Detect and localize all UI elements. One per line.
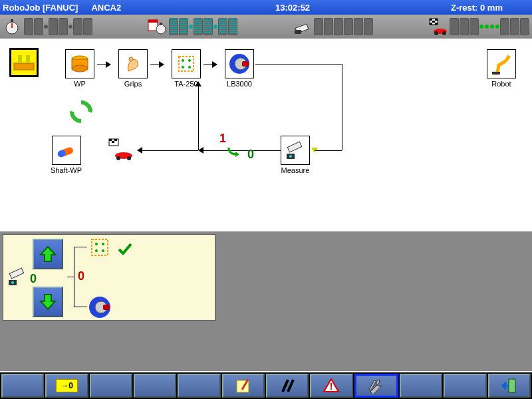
down-button[interactable] [33, 287, 63, 317]
panel-mid-value: 0 [78, 269, 84, 283]
panel-hstub [67, 277, 74, 277]
svg-line-60 [288, 380, 293, 392]
branch-label-0: 0 [247, 148, 254, 162]
home-zero-icon: →0 [56, 379, 78, 392]
svg-point-5 [156, 25, 166, 34]
app-name: RoboJob [FANUC] [3, 3, 78, 13]
robot-label: Robot [487, 80, 516, 88]
timer1-digits [24, 18, 92, 35]
svg-rect-39 [114, 139, 117, 141]
line-measure-branch [203, 150, 281, 151]
toolbar-btn-4[interactable] [134, 374, 176, 398]
start-node[interactable] [9, 48, 39, 77]
svg-rect-56 [103, 305, 110, 310]
branch-label-1: 1 [219, 132, 226, 146]
svg-text:!: ! [330, 381, 333, 392]
svg-point-17 [442, 31, 446, 35]
profile-name: ANCA2 [91, 3, 121, 13]
z-rest: Z-rest: 0 mm [451, 3, 503, 13]
svg-rect-4 [148, 20, 158, 23]
toolbar-btn-home[interactable]: →0 [45, 374, 88, 398]
finish-car-icon [108, 138, 134, 161]
measure-label: Measure [281, 166, 310, 174]
arrow-branch-up [195, 81, 201, 86]
counter1-digits [314, 18, 373, 35]
decision-panel: 0 0 [3, 234, 215, 321]
svg-rect-32 [242, 61, 249, 66]
toolbar-btn-pause[interactable] [266, 374, 309, 398]
finish-flag-car-icon [428, 17, 447, 36]
toolbar-btn-11[interactable] [444, 374, 486, 398]
title-bar: RoboJob [FANUC] ANCA2 13:02:52 Z-rest: 0… [0, 0, 532, 15]
svg-point-51 [102, 243, 104, 245]
shaftwp-node[interactable]: Shaft-WP [51, 136, 82, 174]
svg-line-59 [283, 380, 288, 392]
svg-point-43 [127, 156, 131, 160]
svg-rect-10 [430, 19, 432, 21]
process-flow: WP Grips TA-250 LB3000 Robot Measure 1 0 [0, 39, 532, 231]
line-down-measure [342, 64, 342, 150]
toolbar-btn-exit[interactable] [488, 374, 531, 398]
svg-rect-33 [492, 72, 500, 74]
status-bar [0, 15, 532, 39]
panel-ruler-icon [7, 267, 27, 287]
svg-point-42 [116, 156, 120, 160]
toolbar-btn-10[interactable] [400, 374, 442, 398]
svg-rect-25 [179, 57, 194, 71]
panel-updown [33, 239, 63, 334]
svg-rect-18 [14, 63, 34, 70]
line-lb-right [255, 64, 342, 65]
svg-point-52 [95, 249, 98, 252]
panel-option-grid[interactable] [90, 237, 110, 257]
panel-vline [74, 247, 74, 307]
svg-point-28 [182, 66, 184, 68]
lower-area: 0 0 [0, 231, 532, 371]
counter2-digits [450, 18, 529, 35]
arrow-branch-left [137, 147, 142, 154]
clock: 13:02:52 [134, 3, 451, 13]
lb3000-label: LB3000 [225, 80, 254, 88]
ruler-icon [293, 17, 311, 36]
toolbar-btn-notes[interactable] [222, 374, 265, 398]
robot-node[interactable]: Robot [487, 49, 516, 88]
wp-node[interactable]: WP [65, 49, 94, 88]
svg-rect-20 [26, 55, 30, 63]
grips-node[interactable]: Grips [118, 49, 148, 88]
svg-point-24 [129, 57, 133, 61]
line-branch-left [142, 150, 198, 151]
recycle-icon [69, 100, 93, 124]
wp-label: WP [65, 80, 94, 88]
grips-label: Grips [118, 80, 148, 88]
lb3000-node[interactable]: LB3000 [225, 49, 254, 88]
svg-rect-11 [435, 19, 438, 21]
svg-rect-1 [11, 19, 13, 22]
warning-icon: ! [323, 377, 340, 394]
check-icon [116, 240, 134, 257]
toolbar-btn-alert[interactable]: ! [310, 374, 352, 398]
panel-option-lb3000[interactable] [87, 295, 112, 320]
svg-rect-13 [430, 23, 432, 25]
panel-left-value: 0 [30, 272, 37, 286]
svg-point-26 [182, 59, 184, 62]
arrow-branch-in [198, 147, 203, 154]
exit-icon [501, 377, 518, 394]
bottom-toolbar: →0 ! [0, 372, 532, 399]
panel-hline1 [74, 247, 87, 247]
svg-rect-46 [9, 268, 24, 279]
toolbar-btn-5[interactable] [178, 374, 220, 398]
toolbar-btn-tools[interactable] [354, 374, 398, 398]
arrow-wp-grips [97, 64, 110, 72]
svg-rect-6 [160, 23, 162, 25]
line-to-measure [315, 150, 342, 151]
toolbar-btn-1[interactable] [1, 374, 44, 398]
svg-point-27 [188, 59, 191, 62]
svg-rect-14 [435, 23, 438, 25]
shaftwp-label: Shaft-WP [51, 166, 82, 174]
measure-node[interactable]: Measure [281, 136, 310, 174]
svg-rect-34 [287, 142, 302, 152]
panel-hline2 [74, 307, 87, 307]
branch-arrow-icon [227, 145, 241, 158]
svg-point-29 [188, 66, 191, 68]
toolbar-btn-3[interactable] [90, 374, 132, 398]
up-button[interactable] [33, 239, 63, 269]
